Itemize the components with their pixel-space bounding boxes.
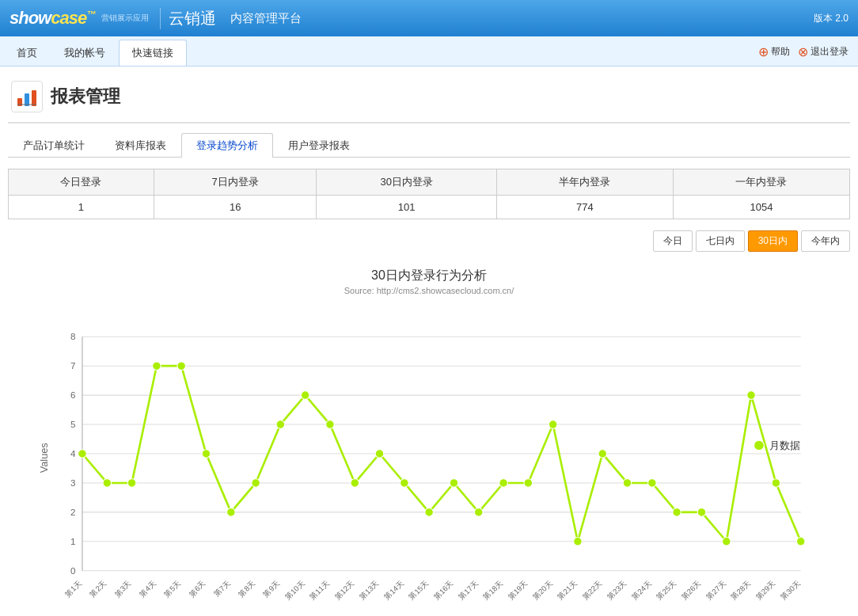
page-header: 报表管理 (8, 74, 850, 124)
stats-value-7d: 16 (154, 196, 317, 219)
svg-point-50 (723, 538, 731, 546)
svg-text:第4天: 第4天 (138, 578, 158, 599)
svg-text:8: 8 (70, 331, 75, 341)
app-title: 云销通 (160, 8, 216, 29)
svg-text:第28天: 第28天 (729, 578, 752, 601)
svg-text:第27天: 第27天 (704, 578, 727, 601)
stats-value-30d: 101 (317, 196, 496, 219)
svg-text:4: 4 (70, 448, 76, 458)
nav-quicklinks[interactable]: 快速链接 (119, 40, 187, 66)
nav-account[interactable]: 我的帐号 (51, 40, 119, 66)
svg-text:0: 0 (70, 565, 75, 576)
svg-point-51 (747, 391, 756, 400)
svg-point-36 (375, 450, 384, 458)
stats-header-6m: 半年内登录 (496, 169, 673, 196)
svg-point-25 (103, 479, 112, 488)
app-header: showcase™ 营销展示应用 云销通 内容管理平台 版本 2.0 (0, 0, 858, 36)
svg-rect-2 (32, 90, 36, 106)
svg-point-29 (202, 450, 211, 458)
subtab-login-trend[interactable]: 登录趋势分析 (181, 133, 273, 158)
svg-point-24 (78, 450, 87, 458)
logo-subtitle: 营销展示应用 (101, 13, 149, 23)
svg-text:6: 6 (70, 390, 75, 400)
logo-area: showcase™ 营销展示应用 云销通 内容管理平台 (9, 8, 302, 29)
svg-point-30 (227, 508, 236, 517)
svg-text:第8天: 第8天 (237, 578, 257, 599)
svg-text:第23天: 第23天 (605, 578, 628, 601)
filter-bar: 今日 七日内 30日内 今年内 (8, 230, 850, 252)
svg-point-46 (623, 479, 632, 488)
filter-7d[interactable]: 七日内 (696, 230, 745, 252)
svg-text:第26天: 第26天 (679, 578, 702, 601)
chart-title: 30日内登录行为分析 (24, 268, 834, 284)
svg-point-43 (549, 420, 557, 429)
svg-text:2: 2 (70, 507, 75, 517)
svg-text:第3天: 第3天 (112, 578, 133, 599)
svg-text:第19天: 第19天 (506, 578, 529, 601)
main-navbar: 首页 我的帐号 快速链接 ⊕ 帮助 ⊗ 退出登录 (0, 36, 858, 67)
svg-point-34 (326, 420, 335, 429)
logo-case: case (51, 8, 86, 28)
svg-point-31 (252, 479, 260, 488)
stats-value-6m: 774 (496, 196, 673, 219)
main-content: 报表管理 产品订单统计 资料库报表 登录趋势分析 用户登录报表 今日登录 7日内… (0, 67, 858, 616)
help-label: 帮助 (771, 44, 790, 58)
svg-point-32 (276, 420, 285, 429)
stats-header-7d: 7日内登录 (154, 169, 317, 196)
svg-text:第14天: 第14天 (382, 578, 405, 601)
svg-point-35 (351, 479, 359, 488)
svg-text:第15天: 第15天 (407, 578, 430, 601)
filter-today[interactable]: 今日 (653, 230, 693, 252)
logout-action[interactable]: ⊗ 退出登录 (798, 44, 849, 59)
svg-text:第17天: 第17天 (457, 578, 480, 601)
subtab-login-report[interactable]: 用户登录报表 (273, 133, 365, 158)
filter-yearly[interactable]: 今年内 (801, 230, 850, 252)
svg-point-42 (524, 479, 533, 488)
svg-point-26 (127, 479, 136, 488)
svg-text:月数据: 月数据 (769, 440, 800, 451)
svg-point-49 (697, 508, 706, 517)
svg-point-52 (772, 479, 780, 488)
svg-point-45 (598, 450, 607, 458)
svg-text:第6天: 第6天 (187, 578, 207, 599)
svg-point-28 (177, 362, 186, 371)
svg-point-39 (450, 479, 458, 488)
page-title: 报表管理 (51, 85, 120, 108)
svg-point-27 (153, 362, 161, 371)
filter-30d[interactable]: 30日内 (748, 230, 798, 252)
platform-name: 内容管理平台 (230, 11, 302, 26)
svg-text:1: 1 (70, 536, 75, 546)
svg-text:5: 5 (70, 419, 75, 429)
subtab-database[interactable]: 资料库报表 (100, 133, 181, 158)
stats-header-1y: 一年内登录 (673, 169, 849, 196)
logo-text: showcase™ (9, 8, 95, 29)
svg-text:第5天: 第5天 (162, 578, 183, 599)
svg-text:第21天: 第21天 (556, 578, 579, 601)
svg-point-40 (474, 508, 483, 517)
svg-text:第22天: 第22天 (580, 578, 603, 601)
svg-point-33 (301, 391, 309, 400)
svg-text:第24天: 第24天 (630, 578, 653, 601)
chart-source: Source: http://cms2.showcasecloud.com.cn… (24, 286, 834, 295)
svg-text:第9天: 第9天 (261, 578, 282, 599)
svg-text:第16天: 第16天 (431, 578, 454, 601)
svg-point-44 (574, 538, 583, 546)
svg-text:第25天: 第25天 (655, 578, 678, 601)
stats-value-1y: 1054 (673, 196, 849, 219)
svg-text:Values: Values (39, 443, 50, 473)
svg-text:第11天: 第11天 (308, 578, 331, 601)
subtabs: 产品订单统计 资料库报表 登录趋势分析 用户登录报表 (8, 133, 850, 158)
nav-home[interactable]: 首页 (3, 40, 51, 66)
svg-text:第10天: 第10天 (283, 578, 306, 601)
svg-text:第1天: 第1天 (63, 578, 84, 599)
svg-point-38 (425, 508, 434, 517)
svg-point-37 (401, 479, 409, 488)
stats-header-today: 今日登录 (9, 169, 154, 196)
subtab-orders[interactable]: 产品订单统计 (8, 133, 100, 158)
help-action[interactable]: ⊕ 帮助 (758, 44, 790, 59)
chart-wrap: Values 0 1 2 3 4 5 6 7 8 (24, 303, 834, 604)
svg-text:第20天: 第20天 (531, 578, 554, 601)
help-icon: ⊕ (758, 44, 769, 59)
chart-container: 30日内登录行为分析 Source: http://cms2.showcasec… (8, 260, 850, 616)
svg-text:第7天: 第7天 (212, 578, 233, 599)
